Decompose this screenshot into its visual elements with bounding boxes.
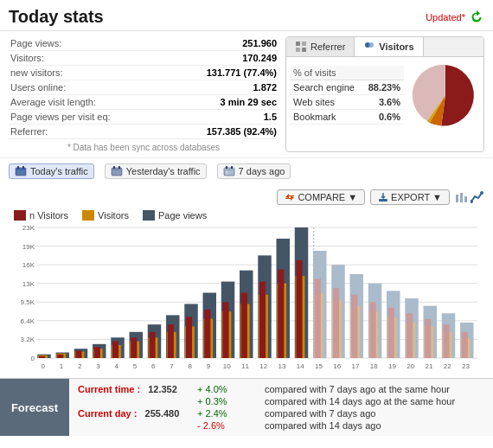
- stats-row: Page views: 251.960: [9, 36, 279, 51]
- stats-left: Page views: 251.960Visitors: 170.249new …: [9, 36, 279, 152]
- traffic-tab-today[interactable]: Today's traffic: [9, 163, 94, 179]
- traffic-tab-7days[interactable]: 7 7 days ago: [217, 163, 291, 179]
- svg-rect-12: [113, 166, 115, 169]
- svg-text:8: 8: [188, 362, 192, 370]
- pct-header: % of visits: [290, 66, 404, 80]
- stat-label: Page views:: [9, 36, 166, 51]
- stat-value: 157.385 (92.4%): [166, 125, 279, 139]
- svg-rect-2: [296, 48, 300, 52]
- svg-text:15: 15: [315, 362, 323, 370]
- refresh-icon[interactable]: [469, 10, 484, 25]
- svg-text:13: 13: [278, 362, 285, 370]
- stat-value: 251.960: [166, 36, 279, 51]
- svg-rect-11: [112, 168, 122, 170]
- export-chevron: ▼: [432, 192, 442, 202]
- web-sites-val: 3.6%: [362, 95, 404, 110]
- svg-text:11: 11: [241, 362, 249, 370]
- visitors-tab-icon: [363, 41, 375, 53]
- forecast-desc-3: compared with 7 days ago: [265, 408, 484, 419]
- svg-text:23K: 23K: [22, 224, 35, 232]
- page-views-color: [143, 210, 155, 221]
- forecast-label: Forecast: [0, 379, 69, 436]
- calendar-yesterday-icon: [111, 166, 123, 176]
- svg-rect-8: [17, 166, 19, 169]
- svg-rect-67: [149, 332, 155, 358]
- sync-note: * Data has been sync across databases: [9, 139, 279, 152]
- chart-area: 03.2K6.4K9.5K13K16K19K23K012345678910111…: [0, 222, 493, 378]
- svg-rect-135: [462, 332, 468, 358]
- pie-row: % of visits Search engine 88.23% Web sit…: [286, 57, 483, 133]
- svg-text:14: 14: [297, 362, 304, 370]
- svg-text:7: 7: [170, 362, 174, 370]
- stat-value: 1.872: [166, 80, 279, 95]
- svg-rect-1: [302, 42, 306, 46]
- svg-rect-21: [460, 193, 463, 202]
- svg-rect-91: [259, 282, 266, 358]
- svg-text:1: 1: [60, 362, 64, 370]
- traffic-actions: COMPARE ▼ EXPORT ▼: [277, 189, 484, 205]
- visitors-color: [82, 210, 94, 221]
- svg-rect-59: [112, 342, 118, 358]
- visitors-label: Visitors: [98, 210, 129, 221]
- svg-rect-99: [296, 260, 302, 358]
- svg-rect-16: [226, 166, 227, 169]
- search-engine-label: Search engine: [290, 80, 362, 95]
- svg-text:9: 9: [207, 362, 211, 370]
- bookmark-label: Bookmark: [290, 110, 362, 125]
- traffic-tab-today-label: Today's traffic: [30, 166, 88, 176]
- referrer-table: % of visits Search engine 88.23% Web sit…: [290, 66, 404, 125]
- svg-point-24: [480, 191, 483, 195]
- svg-text:6.4K: 6.4K: [21, 317, 35, 325]
- current-day-label: Current day : 255.480: [78, 408, 190, 419]
- stats-row: Referrer: 157.385 (92.4%): [9, 125, 279, 139]
- svg-text:23: 23: [462, 362, 470, 370]
- svg-rect-22: [464, 196, 467, 202]
- main-content: Page views: 251.960Visitors: 170.249new …: [0, 31, 493, 157]
- legend-visitors: Visitors: [82, 210, 129, 221]
- calendar-today-icon: [15, 166, 27, 176]
- stat-label: Referrer:: [9, 125, 166, 139]
- chart-legend: n Visitors Visitors Page views: [0, 207, 493, 222]
- svg-rect-7: [16, 168, 26, 170]
- search-engine-val: 88.23%: [362, 80, 404, 95]
- stats-row: Visitors: 170.249: [9, 51, 279, 66]
- svg-rect-119: [388, 308, 394, 358]
- svg-text:9.5K: 9.5K: [21, 298, 35, 306]
- n-visitors-label: n Visitors: [29, 210, 68, 221]
- svg-rect-3: [302, 48, 306, 52]
- svg-text:16: 16: [333, 362, 341, 370]
- svg-text:0: 0: [41, 362, 45, 370]
- svg-text:7: 7: [226, 170, 228, 176]
- forecast-pct-1: + 4.0%: [197, 384, 258, 394]
- n-visitors-color: [14, 210, 26, 221]
- export-button[interactable]: EXPORT ▼: [370, 189, 450, 205]
- bar-chart-icon[interactable]: [455, 191, 469, 203]
- stats-right: Referrer Visitors % of visits Search eng…: [285, 36, 484, 152]
- svg-rect-123: [407, 313, 413, 358]
- svg-rect-20: [456, 195, 458, 202]
- compare-button[interactable]: COMPARE ▼: [277, 189, 365, 205]
- legend-n-visitors: n Visitors: [14, 210, 68, 221]
- svg-rect-63: [131, 337, 137, 358]
- web-sites-label: Web sites: [290, 95, 362, 110]
- page-views-label: Page views: [158, 210, 207, 221]
- tab-referrer-label: Referrer: [311, 42, 345, 52]
- svg-text:0: 0: [31, 355, 35, 362]
- stat-label: Page views per visit eq:: [9, 110, 166, 125]
- svg-text:3.2K: 3.2K: [21, 336, 35, 343]
- compare-icon: [285, 192, 295, 202]
- pie-svg: [411, 61, 480, 130]
- tab-visitors[interactable]: Visitors: [355, 37, 423, 56]
- compare-label: COMPARE: [298, 192, 345, 202]
- svg-rect-55: [94, 347, 100, 358]
- stat-value: 170.249: [166, 51, 279, 66]
- traffic-tab-yesterday[interactable]: Yesterday's traffic: [105, 163, 207, 179]
- svg-text:5: 5: [133, 362, 138, 370]
- svg-rect-79: [204, 310, 210, 358]
- referrer-tab-icon: [295, 41, 307, 53]
- legend-page-views: Page views: [143, 210, 207, 221]
- stat-label: Visitors:: [9, 51, 166, 66]
- tab-referrer[interactable]: Referrer: [286, 37, 355, 56]
- svg-text:17: 17: [351, 362, 359, 370]
- line-chart-icon[interactable]: [471, 191, 484, 203]
